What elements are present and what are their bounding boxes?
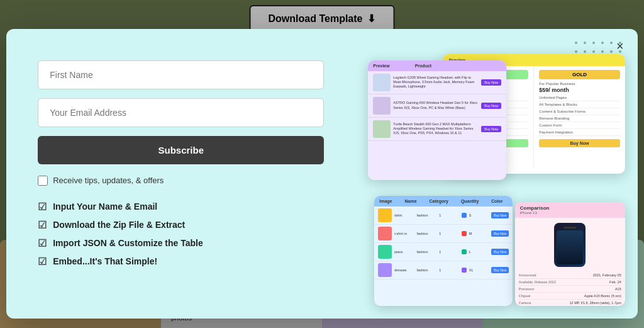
- inv-size-3: L: [469, 250, 489, 254]
- comparison-card: Comparison iPhone 13 Announced 2021,: [515, 202, 625, 306]
- comparison-title: Comparison: [520, 205, 620, 211]
- product-row-3: Turtle Beach Stealth 600 Gen 2 MAX Multi…: [368, 118, 506, 141]
- inv-name-2: t-shirt m: [394, 232, 414, 235]
- receive-tips-checkbox[interactable]: [38, 176, 48, 186]
- gold-header: GOLD: [539, 70, 620, 79]
- comp-row-1: Announced 2021, February 05: [519, 272, 621, 279]
- inv-size-4: XL: [469, 268, 489, 272]
- feature-text-1: Input Your Name & Email: [53, 201, 157, 212]
- comparison-rows: Announced 2021, February 05 Available, R…: [515, 272, 625, 306]
- modal-left-panel: Subscribe Receive tips, updates, & offer…: [6, 29, 355, 319]
- inv-cat-3: fashion: [417, 250, 437, 254]
- gold-feature-2: All Templates & Blocks: [539, 101, 620, 108]
- feature-item-1: ☑ Input Your Name & Email: [38, 201, 324, 213]
- inv-col-color: Color: [491, 199, 502, 203]
- product-thumb-2: [373, 97, 391, 115]
- product-info-2: ASTRO Gaming A50 Wireless Headset Gen 5 …: [393, 101, 479, 110]
- comp-row-3: Processor A15: [519, 286, 621, 293]
- modal-right-panel: Preview STANDARD For Small Business $39/…: [355, 29, 638, 319]
- inv-color-2: [462, 231, 467, 236]
- product-name-2: ASTRO Gaming A50 Wireless Headset Gen 5 …: [393, 101, 479, 110]
- product-buy-btn-3[interactable]: Buy Now: [481, 126, 501, 132]
- inv-name-4: dresses: [394, 268, 414, 272]
- inventory-card: Image Name Category Quantity Color Size …: [374, 196, 513, 306]
- product-name-1: Logitech G335 Wired Gaming Headset, with…: [393, 76, 479, 89]
- inv-color-3: [462, 249, 467, 254]
- product-thumb-1: [373, 74, 391, 91]
- feature-item-3: ☑ Import JSON & Customize the Table: [38, 237, 324, 249]
- first-name-input[interactable]: [38, 60, 324, 89]
- subscribe-button[interactable]: Subscribe: [38, 136, 324, 164]
- subscribe-label: Subscribe: [158, 145, 204, 156]
- inv-col-category: Category: [430, 199, 448, 203]
- inv-cat-4: fashion: [417, 268, 437, 272]
- inv-buy-1[interactable]: Buy Now: [491, 212, 509, 218]
- inv-name-3: jeans: [394, 250, 414, 254]
- product-buy-btn-1[interactable]: Buy Now: [481, 79, 501, 86]
- product-card-header: Preview Product: [368, 60, 506, 71]
- inv-col-image: Image: [379, 199, 392, 203]
- product-row-1: Logitech G335 Wired Gaming Headset, with…: [368, 71, 506, 94]
- close-button[interactable]: ×: [611, 38, 629, 55]
- feature-item-4: ☑ Embed...It's That Simple!: [38, 256, 324, 268]
- gold-feature-3: Content & Subscribe Forms: [539, 108, 620, 115]
- subscribe-modal: × Subscribe Receive tips, updates, & off…: [6, 29, 638, 319]
- check-icon-2: ☑: [38, 219, 47, 231]
- product-info-1: Logitech G335 Wired Gaming Headset, with…: [393, 76, 479, 89]
- inv-row-3: jeans fashion 1 L Buy Now: [374, 243, 513, 261]
- check-icon-3: ☑: [38, 237, 47, 249]
- comp-row-5: Camera 12 MP, f/1.6, 28mm (wide), 1.7μm: [519, 300, 621, 306]
- gold-price: $59/ month: [539, 87, 620, 93]
- inv-qty-3: 1: [439, 250, 459, 254]
- inv-col-quantity: Quantity: [461, 199, 479, 203]
- feature-text-3: Import JSON & Customize the Table: [53, 238, 203, 248]
- gold-buy-button[interactable]: Buy Now: [539, 139, 620, 147]
- inv-cat-1: fashion: [417, 213, 437, 217]
- phone-image: [554, 223, 586, 267]
- check-icon-4: ☑: [38, 256, 47, 268]
- check-icon-1: ☑: [38, 201, 47, 213]
- checkbox-label: Receive tips, updates, & offers: [53, 176, 164, 185]
- inv-row-1: tshirt fashion 1 S Buy Now: [374, 206, 513, 225]
- close-icon: ×: [616, 39, 624, 54]
- inv-col-name: Name: [404, 199, 416, 203]
- feature-text-2: Download the Zip File & Extract: [53, 220, 185, 230]
- gold-col: GOLD For Popular Business $59/ month Unl…: [534, 66, 625, 168]
- comp-row-4: Chipset Apple A15 Bionic (5 nm): [519, 293, 621, 300]
- product-buy-btn-2[interactable]: Buy Now: [481, 103, 501, 109]
- feature-item-2: ☑ Download the Zip File & Extract: [38, 219, 324, 231]
- inv-color-4: [462, 268, 467, 273]
- inv-buy-3[interactable]: Buy Now: [491, 249, 509, 255]
- checkbox-row: Receive tips, updates, & offers: [38, 176, 324, 186]
- inv-buy-4[interactable]: Buy Now: [491, 267, 509, 273]
- comp-row-2: Available, Release 2022 Feb. 24: [519, 279, 621, 286]
- inv-thumb-1: [378, 208, 392, 222]
- product-card: Preview Product Logitech G335 Wired Gami…: [368, 60, 506, 180]
- modal-overlay: × Subscribe Receive tips, updates, & off…: [0, 0, 644, 328]
- gold-tagline: For Popular Business: [539, 82, 620, 86]
- gold-feature-6: Payment Integration: [539, 129, 620, 136]
- inv-row-2: t-shirt m fashion 1 M Buy Now: [374, 225, 513, 243]
- product-preview-label: Preview: [373, 64, 389, 68]
- product-info-3: Turtle Beach Stealth 600 Gen 2 MAX Multi…: [393, 122, 479, 135]
- inv-qty-4: 1: [439, 268, 459, 272]
- gold-feature-4: Remove Branding: [539, 115, 620, 122]
- comparison-subtitle: iPhone 13: [520, 211, 620, 215]
- inv-thumb-2: [378, 227, 392, 240]
- gold-feature-1: Unlimited Pages: [539, 94, 620, 101]
- inv-buy-2[interactable]: Buy Now: [491, 230, 509, 237]
- product-thumb-3: [373, 120, 391, 138]
- inv-size-1: S: [469, 213, 489, 217]
- product-col-label: Product: [415, 64, 431, 68]
- gold-feature-5: Custom Form: [539, 122, 620, 129]
- inv-size-2: M: [469, 232, 489, 235]
- inv-qty-1: 1: [439, 213, 459, 217]
- product-name-3: Turtle Beach Stealth 600 Gen 2 MAX Multi…: [393, 122, 479, 135]
- inv-thumb-4: [378, 263, 392, 277]
- email-input[interactable]: [38, 98, 324, 127]
- inv-color-1: [462, 213, 467, 218]
- features-list: ☑ Input Your Name & Email ☑ Download the…: [38, 201, 324, 268]
- inv-cat-2: fashion: [417, 232, 437, 235]
- inv-row-4: dresses fashion 1 XL Buy Now: [374, 261, 513, 280]
- inventory-card-header: Image Name Category Quantity Color Size: [374, 196, 513, 206]
